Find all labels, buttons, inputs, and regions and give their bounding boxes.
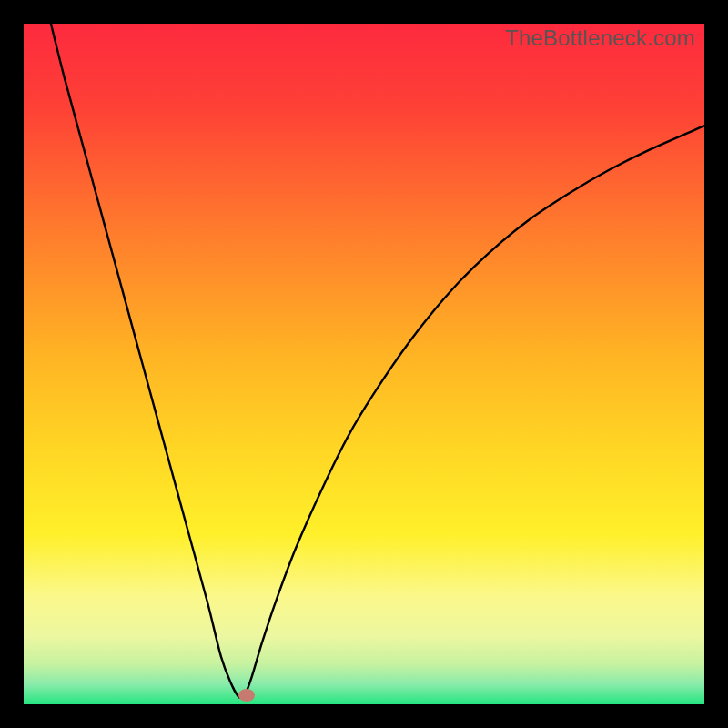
bottleneck-curve	[24, 24, 704, 704]
chart-frame: TheBottleneck.com	[0, 0, 728, 728]
watermark-text: TheBottleneck.com	[505, 25, 695, 51]
plot-area: TheBottleneck.com	[24, 24, 704, 704]
optimal-point-marker	[238, 689, 255, 702]
